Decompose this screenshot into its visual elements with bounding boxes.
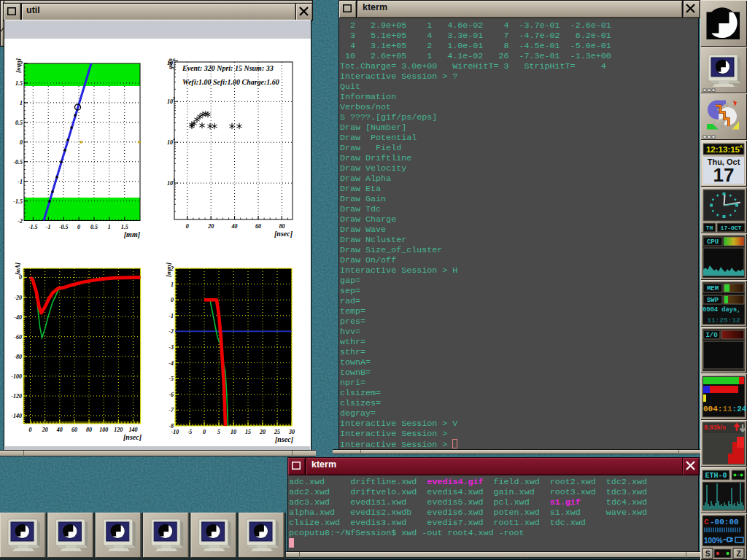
svg-text:0: 0 (77, 224, 80, 230)
svg-text:3: 3 (172, 178, 175, 182)
svg-text:ETH-0: ETH-0 (705, 472, 727, 480)
svg-text:-5: -5 (187, 429, 193, 435)
svg-text:20: 20 (259, 429, 266, 435)
svg-text:-3: -3 (169, 344, 174, 351)
svg-text:0004 days,: 0004 days, (703, 306, 740, 314)
svg-text:60: 60 (255, 223, 261, 230)
svg-text:-4: -4 (169, 360, 174, 367)
svg-text:12:13:15: 12:13:15 (706, 145, 740, 154)
svg-text:100%: 100% (704, 537, 723, 545)
svg-text:100: 100 (99, 427, 108, 433)
svg-text:-1: -1 (46, 224, 51, 230)
svg-text:0: 0 (20, 139, 23, 146)
svg-text:-6: -6 (169, 392, 174, 398)
svg-text:80: 80 (86, 427, 92, 433)
svg-text:-5: -5 (169, 376, 174, 382)
svg-text:20: 20 (42, 427, 48, 433)
svg-text:-2: -2 (169, 328, 174, 335)
svg-text:-20: -20 (14, 295, 22, 301)
svg-text:20: 20 (207, 223, 214, 230)
svg-text:0.5: 0.5 (15, 120, 23, 126)
svg-text:-60: -60 (14, 334, 22, 341)
svg-text:1: 1 (108, 224, 111, 230)
svg-text:CPU: CPU (707, 238, 719, 246)
svg-text:-40: -40 (14, 314, 22, 321)
svg-text:[nsec]: [nsec] (275, 435, 294, 443)
svg-text:-140: -140 (11, 413, 22, 419)
svg-text:4: 4 (172, 137, 175, 141)
svg-text:[mm]: [mm] (15, 58, 22, 73)
svg-text:[nsec]: [nsec] (123, 433, 142, 441)
svg-text:30: 30 (288, 429, 295, 435)
svg-text:80: 80 (279, 223, 285, 230)
svg-text:17: 17 (713, 164, 735, 186)
svg-text:5: 5 (217, 429, 220, 435)
svg-text:10: 10 (231, 429, 236, 435)
svg-text:Wefi:1.00 Sefi:1.00 Charge:1.6: Wefi:1.00 Sefi:1.00 Charge:1.60 (182, 78, 279, 86)
svg-text:-10: -10 (171, 429, 179, 435)
svg-text:40: 40 (231, 223, 238, 230)
svg-text:5: 5 (173, 96, 175, 101)
svg-text:0.5: 0.5 (90, 224, 98, 230)
svg-text:10: 10 (167, 139, 173, 146)
svg-text:1: 1 (171, 281, 174, 288)
svg-text:0: 0 (186, 223, 189, 230)
svg-text:S: S (705, 550, 711, 558)
svg-text:-80: -80 (14, 354, 22, 360)
svg-text:-0.5: -0.5 (13, 159, 23, 166)
svg-text:C: C (704, 518, 709, 526)
svg-text:-120: -120 (11, 393, 22, 400)
svg-text:-0.5: -0.5 (59, 224, 69, 230)
svg-text:004:11:24: 004:11:24 (703, 405, 747, 413)
svg-text:Z: Z (736, 550, 740, 558)
svg-text:0: 0 (171, 297, 174, 303)
svg-text:1.5: 1.5 (15, 80, 23, 87)
svg-text:-100: -100 (11, 373, 22, 380)
svg-text:gain: gain (167, 58, 174, 69)
svg-text:I/O: I/O (705, 332, 718, 339)
svg-text:17-OCT: 17-OCT (721, 225, 742, 231)
svg-text:0: 0 (203, 429, 206, 435)
svg-text:1: 1 (20, 100, 23, 106)
svg-text:A: A (740, 144, 743, 149)
svg-text:10: 10 (167, 98, 173, 105)
svg-text:0: 0 (29, 427, 32, 433)
svg-text:60: 60 (71, 427, 77, 433)
svg-text:10: 10 (167, 180, 173, 187)
svg-text:-1.5: -1.5 (28, 224, 38, 230)
svg-text:120: 120 (114, 427, 123, 433)
svg-text:15: 15 (245, 429, 251, 435)
svg-text:[mm]: [mm] (165, 262, 172, 277)
svg-text:SWP: SWP (707, 297, 719, 304)
svg-text:8.93k/s: 8.93k/s (704, 424, 726, 431)
svg-text:MEM: MEM (707, 285, 719, 292)
svg-text:25: 25 (274, 429, 280, 435)
svg-text:140: 140 (128, 427, 137, 433)
svg-text:[mm]: [mm] (124, 230, 141, 238)
svg-text:11:25:12: 11:25:12 (707, 316, 740, 324)
svg-text:-2: -2 (18, 218, 23, 225)
svg-text:-1: -1 (169, 313, 174, 319)
svg-text:[nsec]: [nsec] (274, 230, 293, 238)
svg-text:[uA]: [uA] (14, 262, 21, 275)
svg-text:-1: -1 (18, 179, 23, 185)
svg-text:Event: 320 Npri: 15 Nsum: 33: Event: 320 Npri: 15 Nsum: 33 (182, 64, 274, 72)
svg-text:-1.5: -1.5 (13, 198, 23, 205)
svg-text:40: 40 (56, 427, 63, 433)
svg-text:-00:00: -00:00 (710, 518, 739, 526)
svg-text:1.5: 1.5 (121, 224, 128, 230)
svg-text:TH: TH (706, 225, 713, 231)
svg-text:-7: -7 (169, 407, 174, 413)
